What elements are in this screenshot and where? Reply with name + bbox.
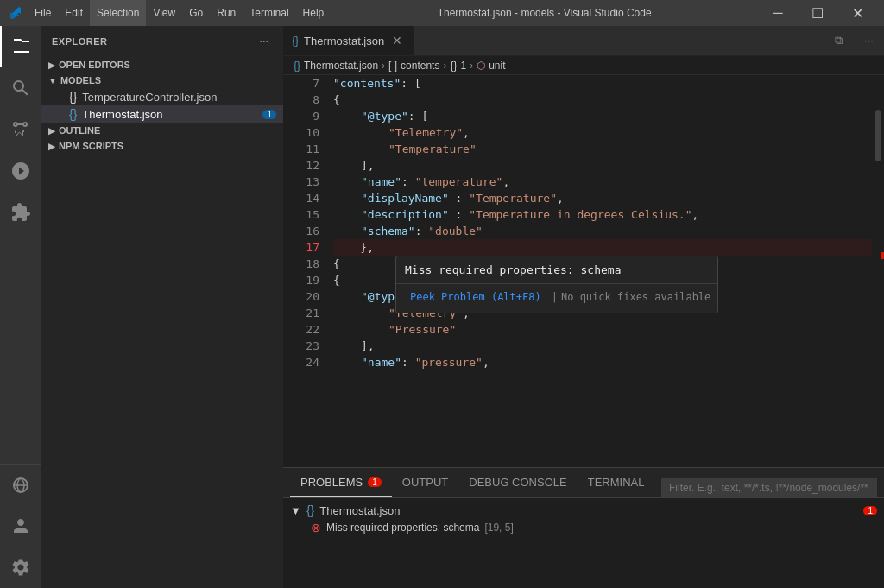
window-controls: ─ ☐ ✕ [758, 0, 877, 26]
close-button[interactable]: ✕ [837, 0, 877, 26]
breadcrumb-file[interactable]: {} Thermostat.json [294, 60, 378, 72]
section-models: ▼ MODELS {} TemperatureController.json {… [41, 73, 283, 123]
group-file-name: Thermostat.json [319, 504, 400, 517]
app-icon [7, 4, 24, 22]
error-icon: ⊗ [311, 521, 321, 534]
activity-bar [0, 26, 41, 588]
code-line-8: { [333, 92, 872, 108]
breadcrumb-sep-3: › [470, 60, 473, 72]
open-editors-label: OPEN EDITORS [59, 60, 130, 70]
file-badge-ts: 1 [262, 110, 276, 119]
panel-content: ▼ {} Thermostat.json 1 ⊗ Miss required p… [283, 498, 884, 588]
problems-label: PROBLEMS [300, 476, 363, 489]
sidebar-header: EXPLORER ··· [41, 26, 283, 57]
panel-tab-debug-console[interactable]: DEBUG CONSOLE [458, 467, 577, 497]
code-line-17: }, [333, 239, 872, 256]
activity-source-control[interactable] [0, 109, 41, 150]
filter-input[interactable] [661, 478, 877, 497]
panel-tab-problems[interactable]: PROBLEMS 1 [290, 467, 392, 497]
problem-group-header[interactable]: ▼ {} Thermostat.json 1 [283, 502, 884, 519]
npm-scripts-header[interactable]: ▶ NPM SCRIPTS [41, 138, 283, 154]
activity-accounts[interactable] [0, 505, 41, 547]
code-line-11: "Temperature" [333, 141, 872, 157]
breadcrumb: {} Thermostat.json › [ ] contents › {} 1… [283, 56, 884, 75]
activity-settings[interactable] [0, 547, 41, 588]
titlebar: File Edit Selection View Go Run Terminal… [0, 0, 884, 26]
breadcrumb-unit[interactable]: ⬡ unit [477, 60, 505, 72]
hover-separator: | [552, 289, 558, 306]
code-line-16: "schema": "double" [333, 223, 872, 239]
menu-edit[interactable]: Edit [58, 0, 90, 26]
breadcrumb-file-label: Thermostat.json [304, 60, 378, 72]
file-icon-tc: {} [69, 90, 77, 104]
menu-go[interactable]: Go [182, 0, 210, 26]
npm-scripts-chevron: ▶ [48, 142, 55, 151]
tab-thermostat[interactable]: {} Thermostat.json ✕ [283, 26, 414, 55]
panel-tab-terminal[interactable]: TERMINAL [578, 467, 655, 497]
menu-view[interactable]: View [146, 0, 182, 26]
group-file-icon: {} [306, 503, 314, 517]
debug-console-label: DEBUG CONSOLE [469, 476, 566, 489]
editor-scrollbar[interactable] [872, 75, 884, 467]
menu-selection[interactable]: Selection [90, 0, 146, 26]
panel-filter[interactable] [661, 478, 877, 497]
breadcrumb-contents[interactable]: [ ] contents [388, 60, 439, 72]
outline-header[interactable]: ▶ OUTLINE [41, 123, 283, 138]
outline-label: OUTLINE [59, 125, 100, 136]
editor-area: {} Thermostat.json ✕ ⧉ ··· {} Thermostat… [283, 26, 884, 588]
open-editors-header[interactable]: ▶ OPEN EDITORS [41, 57, 283, 73]
npm-scripts-label: NPM SCRIPTS [59, 141, 123, 151]
scrollbar-thumb [875, 110, 881, 161]
sidebar-more-actions[interactable]: ··· [256, 33, 273, 50]
split-editor-button[interactable]: ⧉ [824, 26, 854, 55]
minimize-button[interactable]: ─ [758, 0, 798, 26]
code-editor[interactable]: 7 8 9 10 11 12 13 14 15 16 17 18 19 20 2… [283, 75, 884, 467]
code-line-22: "Pressure" [333, 321, 872, 338]
no-quick-fixes-label: No quick fixes available [561, 289, 710, 306]
activity-extensions[interactable] [0, 192, 41, 233]
more-actions-button[interactable]: ··· [854, 26, 884, 55]
peek-problem-button[interactable]: Peek Problem (Alt+F8) [403, 288, 548, 307]
code-line-12: ], [333, 157, 872, 174]
menu-help[interactable]: Help [296, 0, 332, 26]
breadcrumb-file-icon: {} [294, 60, 300, 72]
section-outline: ▶ OUTLINE [41, 123, 283, 138]
open-editors-chevron: ▶ [48, 60, 55, 70]
panel-tab-output[interactable]: OUTPUT [392, 467, 458, 497]
group-chevron: ▼ [290, 504, 301, 517]
group-problem-count: 1 [863, 506, 877, 515]
menu-file[interactable]: File [28, 0, 58, 26]
file-temperature-controller[interactable]: {} TemperatureController.json [41, 88, 283, 105]
problem-item-1[interactable]: ⊗ Miss required properties: schema [19, … [283, 519, 884, 536]
menu-terminal[interactable]: Terminal [243, 0, 295, 26]
breadcrumb-contents-icon: [ ] [388, 60, 397, 72]
window-title: Thermostat.json - models - Visual Studio… [331, 7, 758, 19]
problem-message: Miss required properties: schema [326, 522, 479, 534]
activity-explorer[interactable] [0, 26, 41, 67]
breadcrumb-sep-1: › [382, 60, 385, 72]
tab-close-button[interactable]: ✕ [389, 33, 405, 48]
sidebar-title: EXPLORER [52, 36, 108, 47]
activity-search[interactable] [0, 67, 41, 109]
tabs-bar: {} Thermostat.json ✕ ⧉ ··· [283, 26, 884, 56]
models-chevron: ▼ [48, 76, 57, 85]
file-thermostat[interactable]: {} Thermostat.json 1 [41, 105, 283, 123]
models-header[interactable]: ▼ MODELS [41, 73, 283, 88]
code-line-23: ], [333, 338, 872, 354]
tab-label: Thermostat.json [304, 35, 384, 47]
activity-run-debug[interactable] [0, 150, 41, 192]
breadcrumb-contents-label: contents [401, 60, 439, 72]
line-numbers: 7 8 9 10 11 12 13 14 15 16 17 18 19 20 2… [283, 75, 326, 467]
code-line-10: "Telemetry", [333, 124, 872, 141]
breadcrumb-1-label: 1 [460, 60, 466, 72]
code-line-7: "contents": [ [333, 75, 872, 92]
maximize-button[interactable]: ☐ [798, 0, 837, 26]
breadcrumb-1[interactable]: {} 1 [450, 60, 466, 72]
hover-widget-title: Miss required properties: schema [396, 256, 717, 283]
code-line-15: "description" : "Temperature in degrees … [333, 206, 872, 223]
menu-run[interactable]: Run [210, 0, 243, 26]
models-label: MODELS [60, 75, 101, 85]
code-content[interactable]: "contents": [ { "@type": [ "Telemetry", … [326, 75, 872, 467]
bottom-panel: PROBLEMS 1 OUTPUT DEBUG CONSOLE TERMINAL [283, 467, 884, 588]
activity-remote-explorer[interactable] [0, 464, 41, 505]
